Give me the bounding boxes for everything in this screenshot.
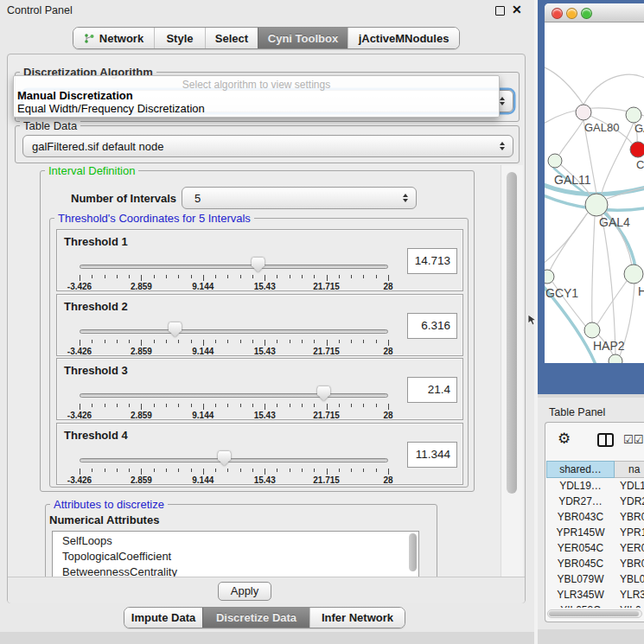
- table-row[interactable]: YLR345WYLR3: [546, 587, 644, 603]
- network-node[interactable]: [630, 142, 644, 157]
- network-canvas[interactable]: GAL80GACGAL11GAL4GCY1HHAP2: [545, 22, 644, 363]
- network-edge[interactable]: [545, 214, 587, 266]
- network-edge[interactable]: [545, 66, 583, 105]
- checkbox-icons[interactable]: ☑☑: [623, 433, 643, 446]
- attribute-item-selfloops[interactable]: SelfLoops: [53, 533, 418, 549]
- cell-name: YBR0: [615, 556, 644, 571]
- column-header-shared-name[interactable]: shared…: [546, 461, 615, 478]
- threshold-label: Threshold 3: [64, 364, 128, 377]
- thresholds-group-label: Threshold's Coordinates for 5 Intervals: [54, 212, 254, 225]
- slider-thumb[interactable]: [252, 258, 265, 272]
- network-node[interactable]: [585, 194, 608, 216]
- threshold-box-3: Threshold 3-3.4262.8599.14415.4321.71528…: [56, 358, 463, 420]
- tab-cyni-toolbox[interactable]: Cyni Toolbox: [258, 28, 348, 48]
- panel-scrollbar[interactable]: [501, 165, 523, 577]
- attribute-item-betweennesscentrality[interactable]: BetweennessCentrality: [53, 564, 418, 577]
- tab-impute-data[interactable]: Impute Data: [124, 608, 202, 628]
- table-row[interactable]: YBR043CYBR0: [546, 509, 644, 525]
- dropdown-item-manual-discretization[interactable]: Manual Discretization: [14, 89, 499, 102]
- tab-infer-network[interactable]: Infer Network: [309, 608, 405, 628]
- apply-bar: Apply: [8, 577, 525, 603]
- slider-track[interactable]: [80, 393, 388, 398]
- table-hscrollbar-thumb[interactable]: [549, 611, 639, 616]
- table-data-label: Table Data: [20, 119, 80, 132]
- columns-icon[interactable]: [597, 433, 614, 447]
- column-header-name[interactable]: na: [615, 461, 644, 478]
- gear-icon[interactable]: ⚙: [558, 430, 571, 448]
- zoom-traffic-light[interactable]: [581, 8, 592, 19]
- network-node[interactable]: [576, 105, 591, 120]
- tab-style[interactable]: Style: [154, 28, 205, 48]
- table-row[interactable]: YBR045CYBR0: [546, 556, 644, 571]
- combo-stepper-icon: [399, 194, 411, 202]
- close-icon[interactable]: ✕: [512, 3, 522, 16]
- node-label-h: H: [638, 284, 644, 298]
- number-of-intervals-combobox[interactable]: 5: [182, 187, 417, 209]
- node-label-gal80: GAL80: [584, 121, 619, 134]
- float-window-icon[interactable]: [495, 6, 505, 16]
- screen: { "window": { "title": "Control Panel", …: [0, 0, 644, 644]
- threshold-box-1: Threshold 1-3.4262.8599.14415.4321.71528…: [56, 229, 463, 291]
- threshold-value-input[interactable]: 14.713: [407, 248, 457, 274]
- thresholds-group: Threshold's Coordinates for 5 Intervals …: [49, 218, 469, 488]
- table-hscrollbar[interactable]: [547, 609, 642, 618]
- tab-label: jActiveMNodules: [359, 32, 450, 45]
- close-traffic-light[interactable]: [552, 8, 563, 19]
- tab-label: Infer Network: [322, 611, 393, 624]
- threshold-slider: -3.4262.8599.14415.4321.71528: [80, 321, 388, 357]
- slider-tick-labels: -3.4262.8599.14415.4321.71528: [80, 475, 388, 486]
- node-label-c: C: [636, 158, 644, 171]
- threshold-value-input[interactable]: 6.316: [407, 313, 457, 339]
- threshold-value-input[interactable]: 11.344: [407, 442, 457, 468]
- cell-name: YBR0: [615, 509, 644, 525]
- network-node[interactable]: [545, 270, 554, 284]
- threshold-slider: -3.4262.8599.14415.4321.71528: [80, 385, 388, 421]
- network-edge[interactable]: [559, 120, 583, 155]
- panel-scrollbar-thumb[interactable]: [507, 172, 517, 494]
- table-row[interactable]: YBL079WYBL0: [546, 571, 644, 587]
- network-node[interactable]: [624, 265, 643, 284]
- network-window-titlebar[interactable]: [545, 3, 644, 22]
- tab-jactivemnodules[interactable]: jActiveMNodules: [348, 28, 459, 48]
- slider-track[interactable]: [80, 329, 388, 334]
- slider-track[interactable]: [80, 265, 388, 269]
- slider-track[interactable]: [80, 458, 388, 462]
- apply-button[interactable]: Apply: [218, 582, 271, 601]
- table-row[interactable]: YIL053CYIL0: [546, 603, 644, 608]
- table-row[interactable]: YDR27…YDR2: [546, 494, 644, 509]
- interval-definition-group: Interval Definition Number of Intervals …: [40, 170, 475, 492]
- node-label-gal11: GAL11: [554, 173, 591, 187]
- network-edge[interactable]: [592, 216, 595, 322]
- minimize-traffic-light[interactable]: [566, 8, 577, 19]
- cell-name: YPR1: [615, 525, 644, 540]
- table-data-group: Table Data galFiltered.sif default node: [15, 125, 520, 163]
- network-edge[interactable]: [602, 215, 615, 354]
- cell-name: YIL0: [615, 603, 644, 608]
- tab-label: Cyni Toolbox: [268, 32, 338, 45]
- threshold-label: Threshold 2: [64, 300, 128, 313]
- tab-select[interactable]: Select: [205, 28, 258, 48]
- tab-discretize-data[interactable]: Discretize Data: [202, 608, 309, 628]
- cell-shared-name: YLR345W: [546, 587, 615, 603]
- slider-tick-labels: -3.4262.8599.14415.4321.71528: [80, 282, 388, 292]
- threshold-value-input[interactable]: 21.4: [407, 377, 457, 403]
- attribute-item-topologicalcoefficient[interactable]: TopologicalCoefficient: [53, 549, 418, 564]
- table-row[interactable]: YDL19…YDL1: [546, 478, 644, 494]
- table-row[interactable]: YPR145WYPR1: [546, 525, 644, 540]
- table-row[interactable]: YER054CYER0: [546, 540, 644, 556]
- tab-network[interactable]: Network: [73, 28, 154, 48]
- slider-thumb[interactable]: [169, 322, 182, 337]
- slider-thumb[interactable]: [218, 451, 231, 466]
- slider-ticks: [80, 275, 388, 282]
- network-node[interactable]: [548, 154, 562, 168]
- network-edge[interactable]: [583, 74, 644, 105]
- tab-label: Impute Data: [131, 611, 195, 624]
- list-scrollbar[interactable]: [409, 533, 417, 571]
- network-node[interactable]: [584, 322, 600, 338]
- node-label-gal4: GAL4: [599, 215, 630, 229]
- network-node[interactable]: [626, 107, 641, 123]
- slider-thumb[interactable]: [317, 386, 330, 401]
- dropdown-item-equal-width-frequency-discretization[interactable]: Equal Width/Frequency Discretization: [14, 102, 499, 115]
- table-data-combobox[interactable]: galFiltered.sif default node: [22, 135, 513, 157]
- tab-label: Select: [215, 32, 248, 45]
